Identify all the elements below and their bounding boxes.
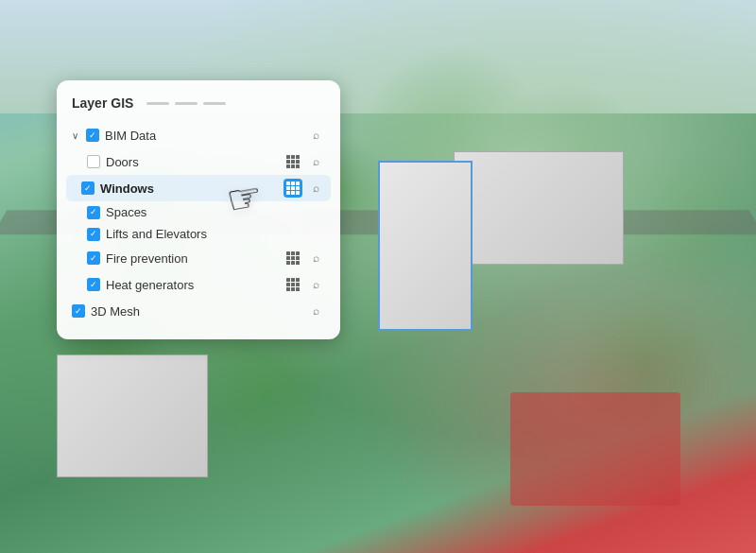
search-icon-doors[interactable]: ⌕ — [306, 152, 325, 171]
layer-icons-windows: ⌕ — [284, 179, 325, 198]
layer-item-fire-prevention[interactable]: ✓ Fire prevention ⌕ — [72, 245, 325, 271]
checkbox-doors[interactable] — [87, 155, 100, 168]
layer-label-3d-mesh: 3D Mesh — [91, 304, 301, 319]
layer-icons-bim-data: ⌕ — [306, 126, 325, 145]
layer-label-doors: Doors — [106, 155, 278, 169]
grid-icon-doors[interactable] — [284, 152, 302, 171]
grid-icon-windows[interactable] — [284, 179, 302, 198]
layer-item-lifts-elevators[interactable]: ✓ Lifts and Elevators — [72, 223, 325, 245]
expand-chevron: ∨ — [72, 130, 78, 141]
search-icon-bim-data[interactable]: ⌕ — [306, 126, 325, 145]
dot-1 — [146, 102, 169, 105]
layer-item-doors[interactable]: Doors ⌕ — [72, 148, 325, 175]
layer-label-spaces: Spaces — [106, 205, 325, 219]
layer-item-bim-data[interactable]: ∨ ✓ BIM Data ⌕ — [72, 122, 325, 148]
layer-label-fire-prevention: Fire prevention — [106, 251, 278, 266]
checkbox-fire[interactable]: ✓ — [87, 251, 100, 265]
layer-icons-fire: ⌕ — [284, 249, 325, 268]
layer-item-spaces[interactable]: ✓ Spaces — [72, 201, 325, 223]
panel-dots — [146, 102, 226, 105]
search-icon-fire[interactable]: ⌕ — [306, 249, 325, 268]
layer-label-heat-generators: Heat generators — [106, 278, 278, 292]
building-center-highlighted — [378, 161, 472, 331]
layer-label-lifts-elevators: Lifts and Elevators — [106, 227, 325, 241]
search-icon-3d-mesh[interactable]: ⌕ — [306, 302, 325, 320]
building-right — [454, 151, 624, 265]
checkbox-windows[interactable]: ✓ — [81, 181, 94, 195]
panel-title: Layer GIS — [72, 95, 133, 111]
layer-icons-heat: ⌕ — [284, 275, 325, 294]
layer-label-windows: Windows — [100, 181, 278, 196]
panel-header: Layer GIS — [72, 95, 325, 111]
checkbox-lifts[interactable]: ✓ — [87, 228, 100, 241]
layer-icons-3d-mesh: ⌕ — [306, 302, 325, 320]
layer-item-3d-mesh[interactable]: ✓ 3D Mesh ⌕ — [72, 298, 325, 324]
grid-icon-fire[interactable] — [284, 249, 302, 268]
layer-list: ∨ ✓ BIM Data ⌕ Doors — [72, 122, 325, 324]
search-icon-heat[interactable]: ⌕ — [306, 275, 325, 294]
building-left — [57, 354, 208, 477]
checkbox-spaces[interactable]: ✓ — [87, 206, 100, 219]
checkbox-bim-data[interactable]: ✓ — [86, 129, 99, 142]
layer-item-windows[interactable]: ✓ Windows ⌕ — [66, 175, 331, 201]
layer-gis-panel: Layer GIS ∨ ✓ BIM Data ⌕ Doors — [57, 80, 340, 339]
search-icon-windows[interactable]: ⌕ — [306, 179, 325, 198]
checkbox-3d-mesh[interactable]: ✓ — [72, 304, 85, 318]
checkbox-heat[interactable]: ✓ — [87, 278, 100, 291]
playground-area — [510, 392, 680, 506]
dot-2 — [175, 102, 198, 105]
layer-label-bim-data: BIM Data — [105, 129, 301, 143]
dot-3 — [203, 102, 226, 105]
grid-icon-heat[interactable] — [284, 275, 302, 294]
layer-icons-doors: ⌕ — [284, 152, 325, 171]
layer-item-heat-generators[interactable]: ✓ Heat generators ⌕ — [72, 271, 325, 298]
